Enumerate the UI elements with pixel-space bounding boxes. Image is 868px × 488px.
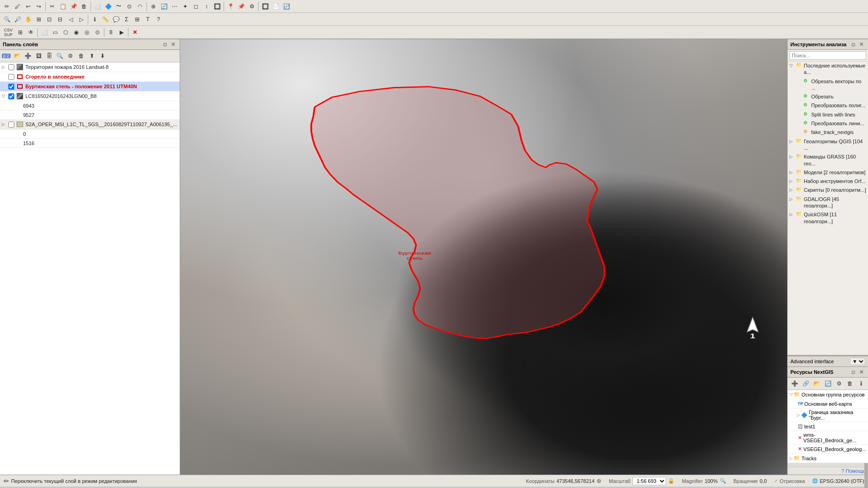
tb-copy-btn[interactable]: 📋: [58, 1, 68, 12]
tb-arc-btn[interactable]: ◠: [135, 1, 145, 12]
ng-add-btn[interactable]: ➕: [789, 378, 800, 389]
tree-item[interactable]: ▷ 📁 QuickOSM [11 геоалгори...]: [788, 210, 868, 226]
layer-item[interactable]: Сгорело в заповеднике: [0, 72, 180, 82]
tb-zoomin-btn[interactable]: 🔍: [2, 14, 12, 24]
tree-item[interactable]: ▽ 📁 Последние используемые а...: [788, 61, 868, 77]
tb-zoomback-btn[interactable]: ◁: [66, 14, 76, 24]
tree-item[interactable]: ▷ 📁 Набор инструментов Orf...: [788, 177, 868, 186]
resource-item[interactable]: 🗺 Основная веб-карта: [788, 399, 868, 409]
tb-layer-btn[interactable]: 📄: [271, 1, 281, 12]
tb-zoomout-btn[interactable]: 🔎: [12, 14, 23, 24]
tb-merge-btn[interactable]: ◻: [191, 1, 201, 12]
tree-item[interactable]: ⚙ Преобразовать полиг...: [788, 101, 868, 110]
layers-close-btn[interactable]: ✕: [170, 41, 177, 48]
lt-addvec-btn[interactable]: ➕: [23, 51, 33, 61]
layer-checkbox[interactable]: [8, 64, 14, 70]
tb-measure-btn[interactable]: 📏: [100, 14, 110, 24]
tree-item[interactable]: ▷ 📁 Геоалгоритмы QGIS [104 ...: [788, 137, 868, 153]
map-area[interactable]: Буртинская степь 1: [180, 39, 787, 475]
tree-item[interactable]: ⚙ Обрезать: [788, 92, 868, 101]
resource-item[interactable]: ▷ 📁 Tracks: [788, 454, 868, 463]
lt-up-btn[interactable]: ⬆: [87, 51, 97, 61]
tb-csv-btn[interactable]: CSVSUP: [2, 27, 15, 37]
tb-label-btn[interactable]: T: [143, 14, 153, 24]
tb-play-btn[interactable]: ▶: [116, 27, 127, 37]
analysis-close-btn[interactable]: ✕: [858, 41, 865, 48]
analysis-float-btn[interactable]: ⊡: [850, 41, 857, 48]
tb-sup-btn[interactable]: ⊞: [15, 27, 25, 37]
tb-close-x-btn[interactable]: ✕: [130, 27, 140, 37]
ng-info-btn[interactable]: ℹ: [856, 378, 866, 389]
lt-adddb-btn[interactable]: 🗄: [44, 51, 55, 61]
lt-props-btn[interactable]: ⚙: [66, 51, 76, 61]
tree-item[interactable]: ⚙ Обрезать векторы по ...: [788, 77, 868, 93]
layer-group-item[interactable]: ▷ S2A_OPER_MSI_L1C_TL_SGS__20160829T1109…: [0, 120, 180, 129]
ng-open-btn[interactable]: 📂: [812, 378, 822, 389]
tb-help-btn[interactable]: ?: [153, 14, 164, 24]
resource-item[interactable]: ▽ 📁 Основная группа ресурсов: [788, 390, 868, 399]
tb-cut-btn[interactable]: ✂: [47, 1, 57, 12]
layers-float-btn[interactable]: ⊡: [161, 41, 169, 48]
tb-pin2-btn[interactable]: 📌: [236, 1, 246, 12]
layer-checkbox[interactable]: [8, 84, 14, 90]
tb-node-btn[interactable]: ⊕: [148, 1, 158, 12]
tb-pin-btn[interactable]: 📍: [225, 1, 236, 12]
resource-item[interactable]: ✕ wms-VSEGEI_Bedrock_ge...: [788, 431, 868, 445]
ng-refresh-btn[interactable]: 🔃: [823, 378, 833, 389]
nextgis-help-link[interactable]: ? Помощь: [841, 468, 865, 474]
tb-paste-btn[interactable]: 📌: [68, 1, 79, 12]
resource-item[interactable]: ▷ 🔷 Граница заказника "Бург...: [788, 409, 868, 422]
tb-sq2-btn[interactable]: ▭: [50, 27, 60, 37]
ng-delete-btn[interactable]: 🗑: [845, 378, 855, 389]
tb-circle-btn[interactable]: ⊙: [124, 1, 134, 12]
tb-select-btn[interactable]: ⬜: [92, 1, 103, 12]
tb-undo-btn[interactable]: ↩: [23, 1, 33, 12]
tb-eye-btn[interactable]: 👁: [26, 27, 36, 37]
tb-offset-btn[interactable]: ↕: [201, 1, 212, 12]
layer-checkbox[interactable]: [8, 122, 14, 128]
layer-item[interactable]: ▷ Территория пожара 2016 Landsat-8: [0, 62, 180, 72]
resource-item[interactable]: ✕ VSEGEI_Bedrock_geolog...: [788, 445, 868, 454]
tree-item[interactable]: ⚙ Split lines with lines: [788, 110, 868, 119]
tb-zoomfwd-btn[interactable]: ▷: [76, 14, 86, 24]
tb-config-btn[interactable]: ⚙: [247, 1, 257, 12]
tb-digitize-btn[interactable]: ✏: [2, 1, 12, 12]
tb-heatmap-btn[interactable]: ⊞: [132, 14, 142, 24]
tb-polygon-btn[interactable]: 🔷: [103, 1, 113, 12]
tb-rotate-btn[interactable]: 🔄: [159, 1, 169, 12]
layer-checkbox[interactable]: [8, 74, 14, 80]
tb-delete-btn[interactable]: 🗑: [79, 1, 89, 12]
tb-zoomfull-btn[interactable]: ⊞: [34, 14, 44, 24]
tb-zoomsel-btn[interactable]: ⊟: [55, 14, 65, 24]
lt-filter-btn[interactable]: 🔍: [55, 51, 65, 61]
tb-simplify-btn[interactable]: ⋯: [170, 1, 180, 12]
lt-addrast-btn[interactable]: 🖼: [34, 51, 44, 61]
tb-freehand-btn[interactable]: 〜: [114, 1, 124, 12]
tb-annotate-btn[interactable]: 💬: [111, 14, 121, 24]
tb-advanced-btn[interactable]: 🔲: [260, 1, 270, 12]
ng-settings-btn[interactable]: ⚙: [834, 378, 844, 389]
tb-sq1-btn[interactable]: ⬜: [39, 27, 49, 37]
lt-remove-btn[interactable]: 🗑: [76, 51, 86, 61]
tree-item[interactable]: ⚙ Преобразовать лини...: [788, 119, 868, 128]
tb-circ-btn[interactable]: ◉: [71, 27, 81, 37]
tb-stats-btn[interactable]: Σ: [121, 14, 132, 24]
nextgis-close-btn[interactable]: ✕: [858, 368, 865, 376]
tb-refresh-btn[interactable]: 🔃: [281, 1, 291, 12]
tb-identify-btn[interactable]: ℹ: [90, 14, 100, 24]
tree-item[interactable]: ▷ 📁 Скрипты [0 геоалгоритм...]: [788, 186, 868, 195]
tb-hex-btn[interactable]: ⬡: [61, 27, 71, 37]
tb-donut-btn[interactable]: ◎: [82, 27, 92, 37]
tb-zoomlayer-btn[interactable]: ⊡: [44, 14, 55, 24]
tb-reshape-btn[interactable]: 🔲: [212, 1, 222, 12]
layer-item[interactable]: ▽ LC81650242016243LGN00_B8: [0, 92, 180, 101]
scale-dropdown[interactable]: 1:56 693: [632, 477, 666, 485]
tb-split-btn[interactable]: ✦: [180, 1, 190, 12]
tb-8-btn[interactable]: 8: [106, 27, 116, 37]
advanced-interface-dropdown[interactable]: ▼: [850, 358, 865, 365]
layer-item[interactable]: Буртинская степь - положение 2011 UTM40N: [0, 82, 180, 92]
resource-item[interactable]: 🖼 test1: [788, 422, 868, 431]
tb-redo-btn[interactable]: ↪: [34, 1, 44, 12]
tree-item[interactable]: ▷ 📁 GDAL/OGR [45 геоалгори...]: [788, 195, 868, 211]
lt-open-btn[interactable]: 📂: [12, 51, 23, 61]
